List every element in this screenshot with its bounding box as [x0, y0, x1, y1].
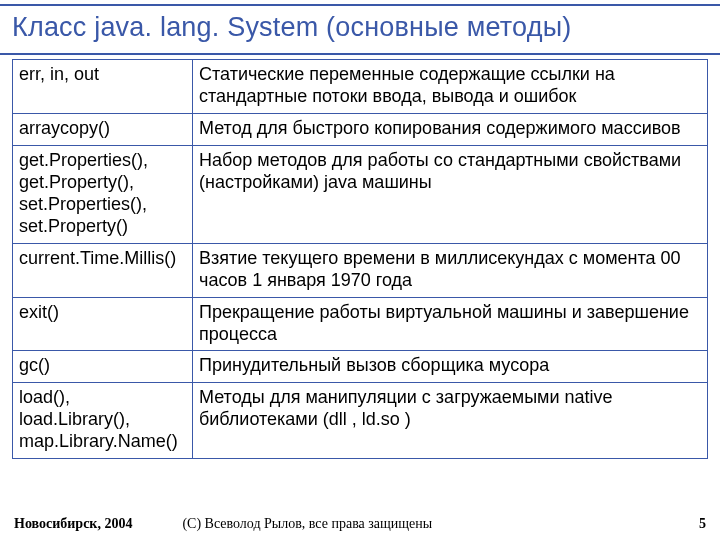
method-cell: gc() — [13, 351, 193, 383]
method-cell: get.Properties(), get.Property(), set.Pr… — [13, 145, 193, 243]
footer: Новосибирск, 2004 (С) Всеволод Рылов, вс… — [0, 516, 720, 532]
desc-cell: Метод для быстрого копирования содержимо… — [193, 113, 708, 145]
methods-table: err, in, out Статические переменные соде… — [12, 59, 708, 459]
table-row: arraycopy() Метод для быстрого копирован… — [13, 113, 708, 145]
table-row: gc() Принудительный вызов сборщика мусор… — [13, 351, 708, 383]
table-row: exit() Прекращение работы виртуальной ма… — [13, 297, 708, 351]
method-cell: arraycopy() — [13, 113, 193, 145]
desc-cell: Взятие текущего времени в миллисекундах … — [193, 243, 708, 297]
method-cell: exit() — [13, 297, 193, 351]
desc-cell: Прекращение работы виртуальной машины и … — [193, 297, 708, 351]
table-row: err, in, out Статические переменные соде… — [13, 60, 708, 114]
desc-cell: Набор методов для работы со стандартными… — [193, 145, 708, 243]
title-band: Класс java. lang. System (основные метод… — [0, 4, 720, 55]
desc-cell: Принудительный вызов сборщика мусора — [193, 351, 708, 383]
table-row: current.Time.Millis() Взятие текущего вр… — [13, 243, 708, 297]
table-row: get.Properties(), get.Property(), set.Pr… — [13, 145, 708, 243]
footer-location-year: Новосибирск, 2004 — [14, 516, 132, 532]
desc-cell: Методы для манипуляции с загружаемыми na… — [193, 383, 708, 459]
footer-page-number: 5 — [699, 516, 706, 532]
method-cell: current.Time.Millis() — [13, 243, 193, 297]
footer-copyright: (С) Всеволод Рылов, все права защищены — [132, 516, 699, 532]
desc-cell: Статические переменные содержащие ссылки… — [193, 60, 708, 114]
slide-title: Класс java. lang. System (основные метод… — [12, 12, 710, 43]
method-cell: load(), load.Library(), map.Library.Name… — [13, 383, 193, 459]
method-cell: err, in, out — [13, 60, 193, 114]
table-row: load(), load.Library(), map.Library.Name… — [13, 383, 708, 459]
